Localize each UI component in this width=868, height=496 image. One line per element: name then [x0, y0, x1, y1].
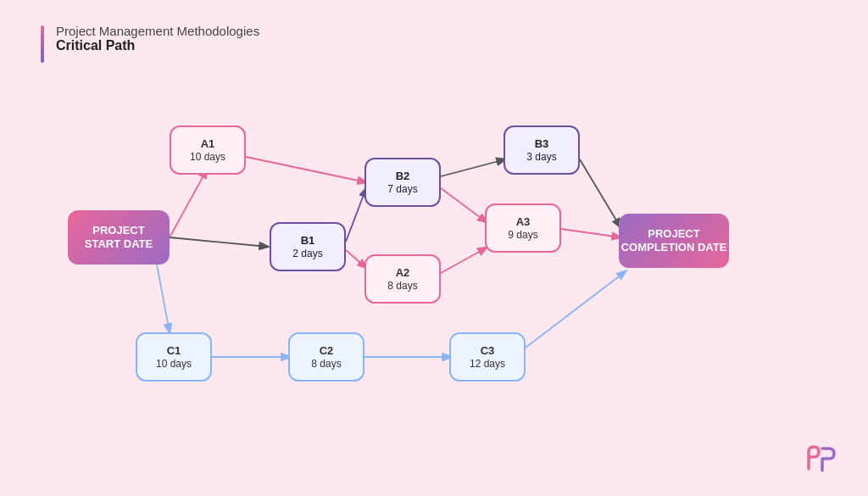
node-b1: B1 2 days — [270, 222, 346, 271]
node-a2-days: 8 days — [387, 280, 417, 292]
header-text: Project Management Methodologies Critica… — [56, 24, 259, 53]
svg-line-7 — [441, 188, 487, 222]
node-b1-name: B1 — [301, 234, 315, 248]
node-b2: B2 7 days — [364, 158, 441, 207]
node-b2-days: 7 days — [387, 183, 417, 195]
svg-line-6 — [441, 159, 505, 176]
node-a1-name: A1 — [201, 137, 215, 151]
node-c3-name: C3 — [481, 344, 495, 358]
logo — [800, 440, 837, 477]
header: Project Management Methodologies Critica… — [41, 24, 259, 63]
node-c2-name: C2 — [320, 344, 334, 358]
svg-line-1 — [170, 237, 268, 247]
svg-line-13 — [526, 271, 626, 348]
node-c3-days: 12 days — [470, 358, 505, 370]
node-start: PROJECTSTART DATE — [68, 210, 170, 265]
node-c2-days: 8 days — [311, 358, 341, 370]
svg-line-4 — [346, 188, 366, 242]
svg-line-8 — [441, 248, 487, 273]
node-b3-days: 3 days — [526, 151, 556, 163]
svg-line-2 — [157, 265, 170, 332]
svg-line-10 — [561, 229, 620, 237]
node-b3: B3 3 days — [504, 125, 580, 175]
node-end-label: PROJECTCOMPLETION DATE — [621, 227, 727, 254]
node-b2-name: B2 — [396, 170, 410, 183]
node-c2: C2 8 days — [288, 332, 364, 382]
svg-line-9 — [580, 159, 620, 227]
node-b1-days: 2 days — [292, 248, 322, 259]
node-c1: C1 10 days — [136, 332, 212, 382]
svg-line-0 — [170, 170, 207, 237]
node-a1-days: 10 days — [190, 151, 225, 163]
node-a3-days: 9 days — [508, 229, 537, 241]
svg-line-5 — [346, 250, 366, 268]
node-c1-days: 10 days — [156, 358, 192, 370]
node-c1-name: C1 — [167, 344, 181, 358]
node-b3-name: B3 — [535, 137, 549, 151]
node-end: PROJECTCOMPLETION DATE — [619, 214, 729, 268]
node-c3: C3 12 days — [449, 332, 526, 382]
node-a2-name: A2 — [396, 266, 410, 280]
svg-line-3 — [246, 157, 366, 182]
header-accent-bar — [41, 25, 44, 63]
header-subtitle: Project Management Methodologies — [56, 24, 259, 38]
node-a3-name: A3 — [516, 215, 531, 229]
node-a2: A2 8 days — [364, 254, 441, 304]
header-title: Critical Path — [56, 38, 259, 53]
node-start-label: PROJECTSTART DATE — [85, 224, 153, 250]
node-a1: A1 10 days — [170, 125, 246, 175]
node-a3: A3 9 days — [485, 203, 561, 253]
